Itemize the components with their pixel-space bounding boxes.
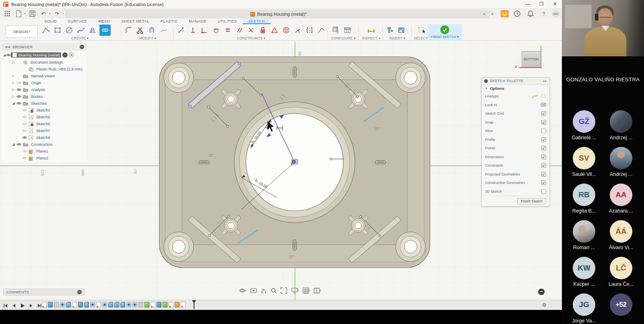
visibility-eye-icon[interactable] (22, 149, 27, 153)
timeline-feature-sketch-icon[interactable] (151, 302, 155, 307)
inspect-group-label[interactable]: INSPECT ▾ (361, 36, 382, 40)
restore-button[interactable]: ❐ (535, 0, 548, 8)
palette-checkbox-3d-sketch[interactable] (541, 189, 546, 194)
timeline-feature-sketch-icon[interactable] (72, 302, 77, 307)
browser-item-sketch5[interactable]: Sketch5 (2, 114, 87, 120)
spline-tool-icon[interactable] (76, 25, 86, 35)
participant-tile[interactable]: ÁÁÁlvaro Vi... (603, 220, 640, 250)
visibility-eye-icon[interactable] (6, 53, 11, 57)
tab-sheet-metal[interactable]: SHEET METAL (116, 19, 155, 24)
tab-plastic[interactable]: PLASTIC (155, 19, 183, 24)
line-tool-icon[interactable] (41, 25, 51, 35)
browser-root-item[interactable]: ◢ Bearing Housing (metal) ⌕ ● (3, 51, 87, 58)
modeling-canvas[interactable]: -125 -100 -75 -50 -25 50 25 (0, 41, 562, 300)
comments-bar[interactable]: COMMENTS − (3, 289, 85, 295)
parallel-constraint-icon[interactable] (235, 25, 244, 35)
timeline-feature-sketch-icon[interactable] (96, 302, 101, 307)
participant-tile[interactable]: AAAzahara ... (603, 184, 640, 214)
tangent-constraint-icon[interactable] (211, 25, 221, 35)
select-tool-icon[interactable] (417, 25, 427, 35)
grid-settings-icon[interactable]: ▾ (303, 287, 310, 294)
timeline-feature-hole-icon[interactable] (60, 302, 65, 307)
palette-checkbox-construction-geometries[interactable]: ✓ (541, 180, 546, 185)
expander-icon[interactable]: ▷ (12, 81, 15, 85)
tab-manage[interactable]: MANAGE (183, 19, 212, 24)
palette-checkbox-points[interactable]: ✓ (541, 146, 546, 151)
job-status-icon[interactable] (501, 10, 509, 17)
workspace-selector[interactable]: DESIGN▾ (6, 25, 38, 38)
participant-tile[interactable]: GŽGabrielė ... (566, 110, 603, 140)
fix-constraint-icon[interactable] (258, 25, 268, 35)
viewcube[interactable]: BOTTOM (522, 51, 541, 67)
tab-utilities[interactable]: UTILITIES (212, 19, 243, 24)
timeline-step-forward-icon[interactable] (29, 302, 33, 310)
visibility-eye-icon[interactable] (17, 88, 21, 91)
timeline-feature-fillet-icon[interactable] (84, 302, 89, 307)
visibility-eye-icon[interactable] (22, 129, 27, 132)
sketch-dimension-icon[interactable] (176, 25, 186, 35)
display-settings-icon[interactable]: ▾ (291, 287, 299, 294)
save-icon[interactable] (27, 10, 37, 18)
equal-constraint-icon[interactable] (223, 25, 233, 35)
tab-surface[interactable]: SURFACE (62, 19, 93, 24)
browser-item-origin[interactable]: ▷Origin (2, 79, 87, 86)
browser-item-sketch8[interactable]: Sketch8 (2, 134, 87, 141)
tab-sketch[interactable]: SKETCH (243, 19, 270, 24)
visibility-eye-icon[interactable] (22, 136, 27, 139)
browser-header[interactable]: ◀◀ BROWSER − (2, 43, 87, 50)
participant-tile[interactable]: JGJorge Va... (566, 293, 603, 324)
linetype-icons[interactable] (532, 94, 546, 99)
palette-checkbox-projected-geometries[interactable]: ✓ (541, 172, 546, 177)
participant-tile[interactable]: +52 (603, 293, 640, 316)
timeline-feature-pattern-icon[interactable] (163, 302, 167, 307)
timeline-skip-start-icon[interactable] (3, 302, 8, 310)
slot-tool-icon[interactable] (99, 25, 111, 36)
notifications-bell-icon[interactable] (526, 10, 535, 18)
browser-item-plane1[interactable]: Plane1 (2, 148, 87, 155)
tab-mesh[interactable]: MESH (93, 19, 116, 24)
configuration-table-icon[interactable] (343, 25, 352, 35)
browser-item-analysis[interactable]: ▷Analysis (2, 86, 87, 93)
finish-sketch-palette-button[interactable]: Finish Sketch (517, 198, 546, 204)
expander-icon[interactable]: ▷ (12, 74, 15, 78)
timeline-feature-extrude-icon[interactable] (157, 302, 161, 307)
orbit-icon[interactable]: ▾ (239, 287, 247, 294)
browser-item-plane2[interactable]: Plane2 (2, 155, 87, 161)
dock-panel-icon[interactable]: ▸▸ (543, 79, 547, 83)
options-section-header[interactable]: ▼ Options (482, 85, 549, 92)
timeline-skip-end-icon[interactable] (37, 302, 42, 310)
sketch-palette-header[interactable]: SKETCH PALETTE ▸▸ (482, 78, 549, 85)
mirror-tool-icon[interactable] (88, 25, 97, 35)
visibility-eye-icon[interactable] (17, 142, 21, 146)
timeline-feature-fillet-icon[interactable] (114, 302, 119, 307)
perpendicular-constraint-icon[interactable] (246, 25, 256, 35)
visibility-eye-icon[interactable] (22, 115, 27, 119)
symmetry-constraint-icon[interactable] (305, 25, 314, 35)
close-button[interactable]: ✕ (548, 0, 562, 8)
expander-icon[interactable]: ▷ (12, 88, 15, 91)
browser-options-icon[interactable]: − (80, 45, 84, 49)
palette-checkbox-slice[interactable] (541, 128, 546, 133)
browser-item-named-views[interactable]: ▷Named Views (2, 72, 87, 79)
tab-solid[interactable]: SOLID (39, 19, 62, 24)
break-tool-icon[interactable] (159, 25, 169, 35)
trim-tool-icon[interactable] (136, 25, 145, 35)
measure-tool-icon[interactable] (366, 25, 376, 35)
document-tab[interactable]: Bearing Housing (metal)* × (68, 10, 489, 19)
assistant-icon[interactable] (538, 289, 545, 295)
timeline-feature-fillet-icon[interactable] (120, 302, 125, 307)
participant-tile[interactable]: LČLaura Če... (603, 257, 640, 287)
visibility-eye-icon[interactable] (22, 156, 27, 160)
expander-icon[interactable]: ▷ (12, 95, 15, 98)
timeline-feature-gray-icon[interactable] (54, 302, 59, 307)
timeline-feature-hole-icon[interactable] (132, 302, 137, 307)
concentric-constraint-icon[interactable] (281, 25, 291, 35)
look-at-icon[interactable] (250, 287, 257, 294)
timeline-feature-fillet-icon[interactable] (66, 302, 71, 307)
fillet-tool-icon[interactable] (124, 25, 134, 35)
visibility-eye-icon[interactable] (22, 108, 27, 112)
palette-checkbox-sketch-grid[interactable]: ✓ (541, 111, 546, 116)
search-icon[interactable]: ⌕ (62, 52, 68, 58)
file-menu-icon[interactable] (14, 10, 23, 18)
new-tab-icon[interactable]: + (487, 10, 497, 18)
